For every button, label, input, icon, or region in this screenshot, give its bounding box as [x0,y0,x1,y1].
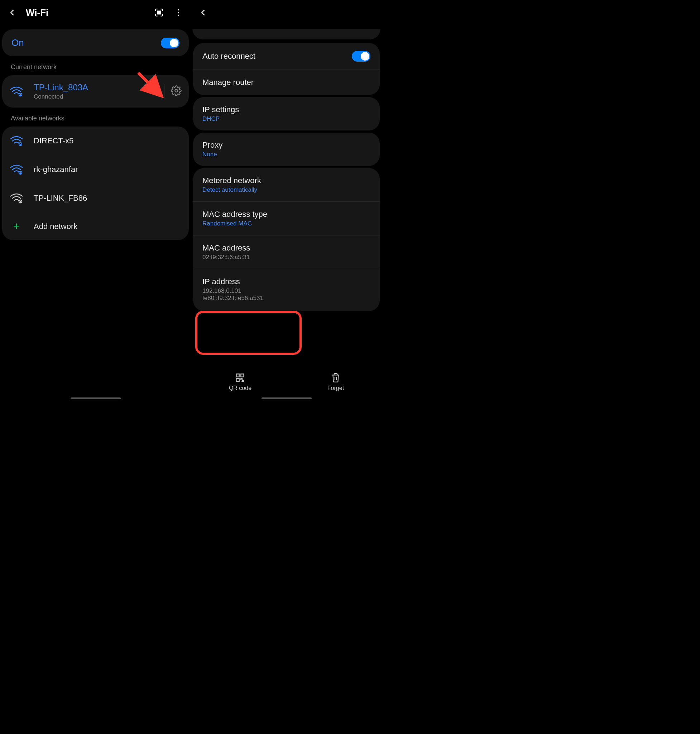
network-details-screen: Auto reconnect Manage router IP settings… [191,0,382,401]
network-settings-gear-icon[interactable] [171,85,182,97]
svg-point-4 [178,9,179,10]
metered-label: Metered network [202,176,371,185]
proxy-row[interactable]: Proxy None [193,133,380,166]
available-network-row[interactable]: TP-LINK_FB86 [2,184,189,212]
ip-address-row: IP address 192.168.0.101 fe80::f9:32ff:f… [193,269,380,311]
mac-type-value: Randomised MAC [202,220,371,227]
wifi-toggle-label: On [12,37,161,49]
proxy-value: None [202,151,371,158]
ip-address-label: IP address [202,277,371,286]
back-icon[interactable] [197,6,210,19]
partial-card [193,29,381,40]
network-name: DIRECT-x5 [34,136,182,146]
svg-rect-0 [157,11,159,12]
svg-rect-1 [159,11,160,12]
manage-router-row[interactable]: Manage router [193,69,380,95]
ip-settings-label: IP settings [202,105,371,114]
wifi-secure-icon [9,134,24,148]
wifi-secure-icon [9,84,24,99]
mac-address-label: MAC address [202,243,371,253]
more-icon[interactable] [172,6,184,19]
qr-code-button[interactable]: QR code [229,373,251,391]
qr-code-icon [235,373,245,383]
available-network-row[interactable]: rk-ghazanfar [2,155,189,184]
wifi-toggle-row[interactable]: On [2,29,189,56]
ip-address-v6: fe80::f9:32ff:fe56:a531 [202,295,371,302]
mac-type-label: MAC address type [202,210,371,219]
gesture-bar [262,398,312,399]
svg-rect-18 [237,374,239,377]
forget-button[interactable]: Forget [328,373,344,391]
mac-type-row[interactable]: MAC address type Randomised MAC [193,201,380,235]
wifi-toggle-switch[interactable] [161,38,179,49]
available-network-row[interactable]: DIRECT-x5 [2,127,189,155]
ip-settings-row[interactable]: IP settings DHCP [193,97,380,130]
available-networks-label: Available networks [1,110,190,124]
proxy-label: Proxy [202,140,371,150]
plus-icon: + [9,220,24,233]
gesture-bar [71,398,121,399]
network-name: TP-LINK_FB86 [34,193,182,203]
ip-address-v4: 192.168.0.101 [202,287,371,295]
metered-value: Detect automatically [202,186,371,193]
manage-router-label: Manage router [202,78,371,87]
svg-rect-2 [157,13,159,14]
mac-address-row: MAC address 02:f9:32:56:a5:31 [193,235,380,269]
forget-label: Forget [328,385,344,391]
add-network-row[interactable]: + Add network [2,212,189,240]
trash-icon [331,373,340,383]
svg-rect-19 [241,374,244,377]
add-network-label: Add network [34,222,182,231]
wifi-secure-icon [9,162,24,177]
svg-rect-20 [237,379,239,381]
auto-reconnect-toggle[interactable] [352,51,371,62]
svg-rect-13 [20,172,21,174]
metered-network-row[interactable]: Metered network Detect automatically [193,168,380,201]
svg-point-6 [178,15,179,16]
network-name: rk-ghazanfar [34,165,182,174]
svg-rect-15 [20,201,21,202]
svg-point-9 [175,89,178,92]
current-network-name: TP-Link_803A [34,83,154,93]
mac-address-value: 02:f9:32:56:a5:31 [202,254,371,261]
current-network-label: Current network [1,58,190,73]
auto-reconnect-row[interactable]: Auto reconnect [193,43,380,69]
svg-point-5 [178,12,179,13]
wifi-settings-screen: Wi-Fi On Current network [0,0,191,401]
ip-settings-value: DHCP [202,115,371,122]
current-network-row[interactable]: TP-Link_803A Connected [2,75,189,108]
wifi-secure-icon [9,191,24,205]
svg-rect-8 [20,94,21,96]
svg-rect-11 [20,144,21,145]
auto-reconnect-label: Auto reconnect [202,52,352,61]
qr-code-label: QR code [229,385,251,391]
current-network-status: Connected [34,93,154,100]
page-title: Wi-Fi [26,7,146,18]
back-icon[interactable] [6,6,19,19]
svg-rect-3 [159,13,160,14]
qr-scan-icon[interactable] [153,6,165,19]
